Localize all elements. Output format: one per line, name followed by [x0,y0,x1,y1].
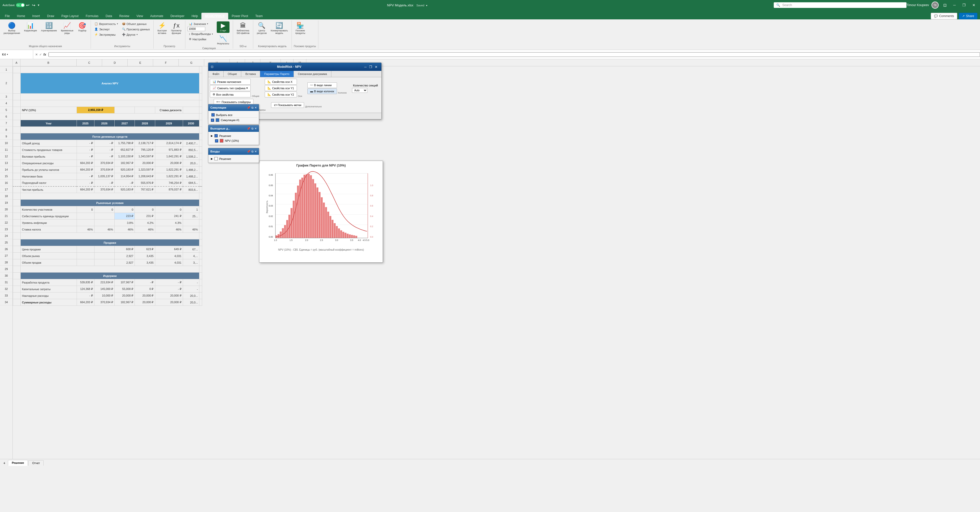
cell-I25[interactable] [199,239,202,246]
cell-A14[interactable] [13,166,21,173]
out-expand-icon[interactable]: ▶ [211,135,213,137]
ribbon-btn-timeseries[interactable]: 📈 Временныеряды [59,21,75,35]
cell-revenue-2027[interactable]: 1,755,798 ₽ [115,140,135,147]
cell-part-2025[interactable]: 0 [76,206,94,213]
cell-tr-2025[interactable]: 46% [76,226,94,233]
tab-powerpivot[interactable]: Power Pivot [228,13,252,19]
cell-capex-2027[interactable]: 55,000 ₽ [115,286,135,292]
ribbon-btn-values[interactable]: 📊 Значения ▾ [188,21,215,26]
search-bar[interactable]: 🔍 Search [774,2,907,8]
formula-input[interactable] [48,52,980,57]
redo-icon[interactable]: ↪ [31,3,37,8]
cell-cogs-2028[interactable]: 795,120 ₽ [135,147,155,153]
cell-year-2025[interactable]: 2025 [76,120,94,127]
cell-H5[interactable] [183,107,199,114]
sheet-tab-report[interactable]: Отчет [28,460,44,466]
inp-expand-icon[interactable]: ▶ [211,157,213,160]
cell-opex-2029[interactable]: 20,000 ₽ [155,160,183,166]
ribbon-btn-distributions[interactable]: 🔵 Выборраспределения [2,21,21,35]
mr-btn-allprops[interactable]: ⚙ Все свойства [210,92,251,97]
sim-item-1[interactable]: ✓ Симуляция #1 [210,117,257,123]
cell-A10[interactable] [13,140,21,147]
sim-pin-btn[interactable]: 📌 [247,106,250,109]
cell-label-capex[interactable]: Капитальные затраты [21,286,77,292]
cell-price-2029[interactable]: 649 ₽ [155,246,183,253]
cell-gp-2027[interactable]: 1,103,150 ₽ [115,153,135,160]
cell-sv-2030[interactable]: 3,... [183,259,199,266]
col-header-A[interactable]: A [13,59,21,66]
cell-A33[interactable] [13,292,21,299]
cell-I33[interactable] [199,292,202,299]
tab-pagelayout[interactable]: Page Layout [58,13,82,19]
cell-year-2029[interactable]: 2029 [155,120,183,127]
col-header-E[interactable]: E [128,59,153,66]
ribbon-btn-settings[interactable]: ⚙ Настройки [188,37,215,41]
autosave-toggle[interactable]: On [16,3,25,7]
cell-label-ebt[interactable]: Прибыль до уплаты налогов [21,166,77,173]
ribbon-btn-aggregation[interactable]: 🔢 Агрегирование [39,21,58,33]
cell-it-2025[interactable]: - ₽ [76,180,94,186]
cell-it-2028[interactable]: 555,976 ₽ [135,180,155,186]
cell-dev-2025[interactable]: 539,835 ₽ [76,279,94,286]
cell-ebt-2028[interactable]: 1,323,597 ₽ [135,166,155,173]
cell-part-2026[interactable]: 0 [94,206,115,213]
cell-A26[interactable] [13,246,21,253]
cell-capex-2030[interactable]: - [183,286,199,292]
cell-sv-2028[interactable]: 3,435 [135,259,155,266]
cell-ebt-2026[interactable]: 370,934 ₽ [94,166,115,173]
cell-B8[interactable] [21,127,199,133]
mr-maximize-btn[interactable]: ❐ [368,65,374,69]
cell-A9[interactable] [13,133,21,140]
cell-it-2027[interactable]: - ₽ [115,180,135,186]
cell-tc-2029[interactable]: 20,000 ₽ [155,299,183,306]
cell-revenue-2030[interactable]: 2,400,7... [183,140,199,147]
cell-revenue-2025[interactable]: - ₽ [76,140,94,147]
cell-gp-2030[interactable]: 1,508,2... [183,153,199,160]
cell-part-2027[interactable]: 0 [115,206,135,213]
cell-B3[interactable] [21,94,199,100]
inp-solution-checkbox[interactable] [215,157,218,160]
mr-tab-insert[interactable]: Вставка [241,71,260,77]
cell-I14[interactable] [199,166,202,173]
col-header-C[interactable]: C [76,59,102,66]
cell-year-label[interactable]: Year [21,120,77,127]
cell-I4[interactable] [199,100,202,107]
ribbon-btn-expert[interactable]: 👤 Эксперт [93,27,119,32]
cell-sv-2029[interactable]: 4,031 [155,259,183,266]
cell-A17[interactable] [13,186,21,193]
cell-B18[interactable] [21,193,199,200]
cell-opex-2030[interactable]: 20,0... [183,160,199,166]
cell-part-2030[interactable]: 1 [183,206,199,213]
inp-pin-btn[interactable]: 📌 [247,150,250,153]
insert-function-icon[interactable]: fx [43,53,46,56]
cell-I2[interactable] [199,73,202,94]
cell-part-2029[interactable]: 0 [155,206,183,213]
sim-float-btn[interactable]: ⧉ [251,106,253,109]
mr-tab-pareto[interactable]: Параметры Парето [260,71,294,77]
cell-I26[interactable] [199,246,202,253]
cell-uc-2025[interactable] [76,213,94,220]
cell-market-header[interactable]: Рыночные условия [21,200,199,206]
tab-formulas[interactable]: Formulas [82,13,102,19]
cell-uc-2029[interactable]: 241 ₽ [155,213,183,220]
cell-A13[interactable] [13,160,21,166]
tab-home[interactable]: Home [13,13,29,19]
cell-A11[interactable] [13,147,21,153]
cell-B24[interactable] [21,233,199,239]
cell-tc-2027[interactable]: 182,967 ₽ [115,299,135,306]
mr-close-btn[interactable]: ✕ [374,65,379,69]
cell-np-2027[interactable]: 920,183 ₽ [115,186,135,193]
col-header-F[interactable]: F [153,59,179,66]
cell-I8[interactable] [199,127,202,133]
mr-btn-overlay[interactable]: 📊 Режим наложения [210,79,251,85]
out-item-npv[interactable]: ✓ NPV (10%) [210,138,257,143]
cell-B4[interactable] [21,100,199,107]
ribbon-display-btn[interactable]: ⊡ [941,3,948,8]
share-button[interactable]: ↗ Share [959,13,977,19]
cell-B29[interactable] [21,266,199,273]
tab-modelrisk[interactable]: МОДЕЛРИСК [201,13,228,19]
cell-I24[interactable] [199,233,202,239]
cell-label-netprofit[interactable]: Чистая прибыль [21,186,77,193]
cell-gp-2026[interactable]: - ₽ [94,153,115,160]
cell-opex-2027[interactable]: 182,967 ₽ [115,160,135,166]
